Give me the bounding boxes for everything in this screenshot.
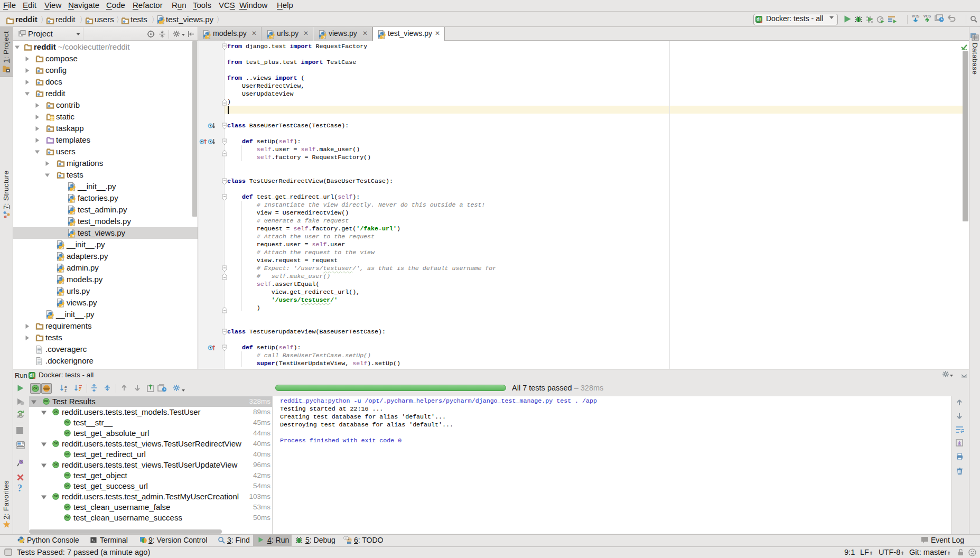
svg-text:OK: OK: [65, 431, 69, 434]
svg-text:z: z: [64, 388, 67, 392]
svg-text:VCS: VCS: [912, 14, 920, 18]
svg-text:OK: OK: [65, 505, 69, 508]
svg-text:OK: OK: [65, 484, 69, 487]
svg-text:OK: OK: [33, 387, 38, 390]
svg-text:di: di: [757, 16, 761, 22]
svg-text:VCS: VCS: [923, 14, 931, 18]
svg-text:OK: OK: [65, 421, 69, 424]
svg-text:OK: OK: [65, 473, 69, 477]
svg-text:OK: OK: [53, 495, 58, 498]
svg-text:OK: OK: [65, 452, 69, 455]
svg-text:OK: OK: [65, 516, 69, 519]
svg-text:di: di: [30, 373, 34, 378]
svg-text:OK: OK: [44, 399, 48, 403]
svg-text:OK: OK: [53, 410, 58, 413]
svg-text:OK: OK: [53, 442, 58, 445]
svg-text:OK: OK: [53, 463, 58, 466]
